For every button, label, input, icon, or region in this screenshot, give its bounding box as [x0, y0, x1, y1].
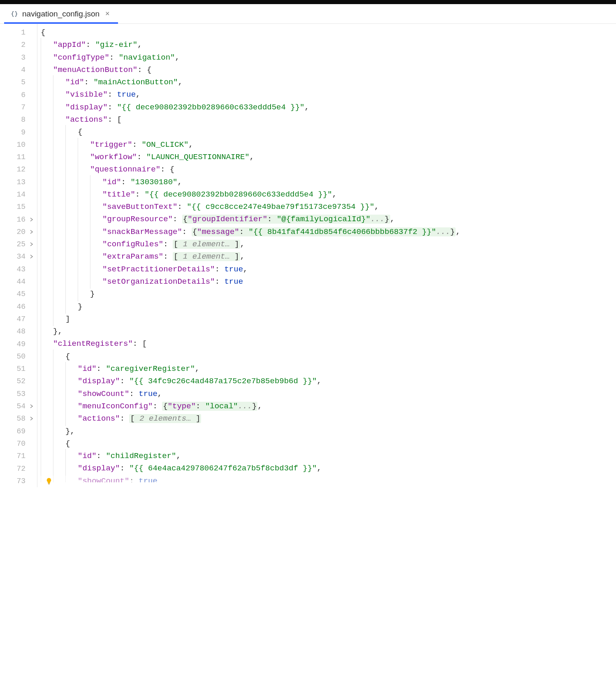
code-line[interactable]: "id": "caregiverRegister", [37, 363, 616, 375]
line-number: 46 [0, 301, 37, 313]
line-number: 49 [0, 338, 37, 350]
code-line[interactable]: "questionnaire": { [37, 163, 616, 176]
line-number-gutter: 1234567891011121314151620253443444546474… [0, 24, 37, 487]
line-number: 25 [0, 238, 37, 250]
window-top-border [0, 0, 616, 4]
code-line[interactable]: "showCount": true [37, 475, 616, 482]
fold-chevron-icon[interactable] [29, 416, 35, 421]
code-line[interactable]: "id": "mainActionButton", [37, 76, 616, 88]
line-number: 51 [0, 363, 37, 375]
fold-chevron-icon[interactable] [29, 217, 35, 222]
line-number: 53 [0, 388, 37, 400]
line-number: 43 [0, 263, 37, 275]
code-line[interactable]: "actions": [ 2 elements… ] [37, 412, 616, 425]
folded-region[interactable]: {"type": "local"...} [162, 402, 257, 411]
line-number: 15 [0, 201, 37, 213]
folded-region[interactable]: [ 2 elements… ] [129, 414, 201, 423]
code-line[interactable]: "groupResource": {"groupIdentifier": "@{… [37, 213, 616, 225]
line-number: 70 [0, 437, 37, 450]
code-line[interactable]: }, [37, 325, 616, 338]
line-number: 20 [0, 226, 37, 238]
line-number: 16 [0, 213, 37, 225]
code-line[interactable]: "workflow": "LAUNCH_QUESTIONNAIRE", [37, 151, 616, 163]
code-line[interactable]: { [37, 26, 616, 39]
line-number: 12 [0, 163, 37, 176]
code-line[interactable]: } [37, 301, 616, 313]
line-number: 73 [0, 475, 37, 487]
line-number: 3 [0, 51, 37, 64]
code-line[interactable]: { [37, 350, 616, 363]
folded-region[interactable]: [ 1 element… ] [173, 240, 240, 249]
line-number: 6 [0, 88, 37, 101]
line-number: 47 [0, 313, 37, 325]
line-number: 9 [0, 126, 37, 138]
code-line[interactable]: "display": "{{ 64e4aca4297806247f62a7b5f… [37, 462, 616, 474]
line-number: 45 [0, 288, 37, 300]
code-line[interactable]: "visible": true, [37, 88, 616, 101]
line-number: 44 [0, 275, 37, 288]
line-number: 5 [0, 76, 37, 88]
code-line[interactable]: "showCount": true, [37, 388, 616, 400]
code-line[interactable]: }, [37, 425, 616, 437]
line-number: 13 [0, 176, 37, 188]
fold-chevron-icon[interactable] [29, 403, 35, 409]
line-number: 54 [0, 400, 37, 412]
line-number: 34 [0, 250, 37, 263]
code-line[interactable]: "setOrganizationDetails": true [37, 275, 616, 288]
code-line[interactable]: "display": "{{ dece90802392bb0289660c633… [37, 101, 616, 113]
fold-chevron-icon[interactable] [29, 229, 35, 235]
code-line[interactable]: "menuIconConfig": {"type": "local"...}, [37, 400, 616, 412]
line-number: 4 [0, 64, 37, 76]
code-line[interactable]: "id": "childRegister", [37, 450, 616, 462]
code-line[interactable]: "setPractitionerDetails": true, [37, 263, 616, 275]
code-line[interactable]: "display": "{{ 34fc9c26c4ad487a175c2e7b8… [37, 375, 616, 387]
code-line[interactable]: "id": "13030180", [37, 176, 616, 188]
code-line[interactable]: "appId": "giz-eir", [37, 39, 616, 51]
line-number: 7 [0, 101, 37, 113]
code-area[interactable]: {"appId": "giz-eir","configType": "navig… [37, 24, 616, 487]
line-number: 58 [0, 412, 37, 425]
line-number: 52 [0, 375, 37, 387]
tab-navigation-config[interactable]: navigation_config.json × [4, 4, 118, 23]
folded-region[interactable]: {"message": "{{ 8b41faf441db854f6c4066bb… [192, 227, 456, 236]
code-line[interactable]: "snackBarMessage": {"message": "{{ 8b41f… [37, 226, 616, 238]
code-line[interactable]: "title": "{{ dece90802392bb0289660c633ed… [37, 188, 616, 201]
tab-close-icon[interactable]: × [104, 9, 111, 18]
line-number: 11 [0, 151, 37, 163]
code-line[interactable]: "configRules": [ 1 element… ], [37, 238, 616, 250]
code-line[interactable]: "clientRegisters": [ [37, 338, 616, 350]
json-file-icon [11, 10, 18, 18]
line-number: 71 [0, 450, 37, 462]
folded-region[interactable]: [ 1 element… ] [173, 252, 240, 261]
code-line[interactable]: "menuActionButton": { [37, 64, 616, 76]
code-line[interactable]: "actions": [ [37, 113, 616, 126]
editor-tabbar: navigation_config.json × [0, 4, 616, 24]
code-line[interactable]: ] [37, 313, 616, 325]
code-line[interactable]: { [37, 126, 616, 138]
fold-chevron-icon[interactable] [29, 254, 35, 259]
line-number: 69 [0, 425, 37, 437]
fold-chevron-icon[interactable] [29, 241, 35, 247]
code-line[interactable]: "trigger": "ON_CLICK", [37, 139, 616, 151]
line-number: 10 [0, 139, 37, 151]
folded-region[interactable]: {"groupIdentifier": "@{familyLogicalId}"… [182, 215, 390, 224]
line-number: 2 [0, 39, 37, 51]
code-line[interactable]: { [37, 437, 616, 450]
code-line[interactable]: "extraParams": [ 1 element… ], [37, 250, 616, 263]
code-editor[interactable]: 1234567891011121314151620253443444546474… [0, 24, 616, 487]
code-line[interactable]: "saveButtonText": "{{ c9cc8cce247e49bae7… [37, 201, 616, 213]
tab-title: navigation_config.json [22, 9, 100, 19]
line-number: 1 [0, 26, 37, 39]
line-number: 8 [0, 113, 37, 126]
line-number: 14 [0, 188, 37, 201]
code-line[interactable]: } [37, 288, 616, 300]
line-number: 48 [0, 325, 37, 338]
code-line[interactable]: "configType": "navigation", [37, 51, 616, 64]
svg-rect-0 [48, 484, 50, 484]
line-number: 50 [0, 350, 37, 363]
line-number: 72 [0, 462, 37, 474]
